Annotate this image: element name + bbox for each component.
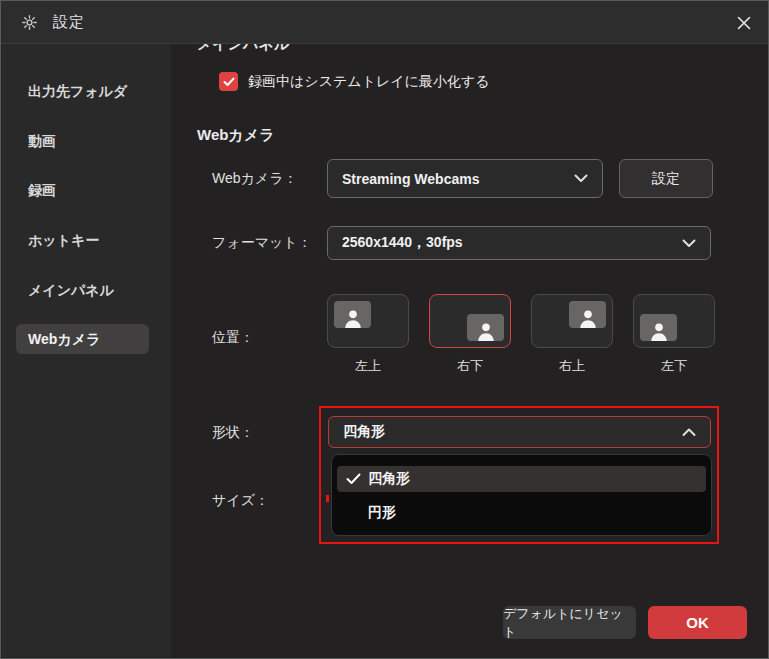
position-option-label: 左上 xyxy=(327,357,409,375)
position-option-label: 右下 xyxy=(429,357,511,375)
shape-option-label: 円形 xyxy=(368,504,396,522)
webcam-person-icon xyxy=(569,301,606,328)
shape-dropdown-menu: 四角形 円形 xyxy=(331,454,712,536)
shape-option-rectangle[interactable]: 四角形 xyxy=(337,466,706,492)
webcam-person-icon xyxy=(640,314,677,341)
format-label: フォーマット： xyxy=(212,233,312,251)
position-label: 位置： xyxy=(212,328,254,346)
position-option-top-left[interactable] xyxy=(327,294,409,348)
ok-button[interactable]: OK xyxy=(648,606,747,639)
webcam-dropdown[interactable]: Streaming Webcams xyxy=(327,159,603,198)
sidebar-item-hotkeys[interactable]: ホットキー xyxy=(28,230,99,250)
sidebar-item-webcam[interactable]: Webカメラ xyxy=(16,324,149,354)
size-slider-fragment xyxy=(326,495,329,502)
position-option-bottom-left[interactable] xyxy=(633,294,715,348)
minimize-to-tray-label: 録画中はシステムトレイに最小化する xyxy=(248,73,490,91)
check-icon xyxy=(223,77,235,87)
sidebar-item-video[interactable]: 動画 xyxy=(28,131,56,151)
gear-icon xyxy=(21,14,38,31)
chevron-up-icon xyxy=(682,428,696,437)
shape-dropdown-value: 四角形 xyxy=(343,423,385,441)
settings-window: 設定 出力先フォルダ 動画 録画 ホットキー メインパネル Webカメラ メイン… xyxy=(0,0,769,659)
titlebar: 設定 xyxy=(1,1,768,44)
check-icon xyxy=(346,473,368,485)
minimize-to-tray-checkbox[interactable] xyxy=(219,72,238,91)
webcam-label: Webカメラ： xyxy=(212,169,298,187)
window-title: 設定 xyxy=(53,13,85,32)
position-option-label: 左下 xyxy=(633,357,715,375)
format-dropdown[interactable]: 2560x1440，30fps xyxy=(327,226,711,260)
chevron-down-icon xyxy=(574,174,588,183)
position-option-label: 右上 xyxy=(531,357,613,375)
sidebar: 出力先フォルダ 動画 録画 ホットキー メインパネル Webカメラ xyxy=(2,44,171,657)
minimize-to-tray-row: 録画中はシステムトレイに最小化する xyxy=(219,72,490,91)
shape-dropdown[interactable]: 四角形 xyxy=(328,416,711,448)
section-title-main-panel: メインパネル xyxy=(197,44,289,54)
chevron-down-icon xyxy=(682,239,696,248)
shape-label: 形状： xyxy=(212,423,254,441)
reset-defaults-button[interactable]: デフォルトにリセット xyxy=(503,606,636,639)
webcam-settings-button[interactable]: 設定 xyxy=(619,159,713,198)
webcam-person-icon xyxy=(334,301,371,328)
shape-option-circle[interactable]: 円形 xyxy=(337,500,706,526)
position-option-top-right[interactable] xyxy=(531,294,613,348)
webcam-person-icon xyxy=(467,314,504,341)
shape-option-label: 四角形 xyxy=(368,470,410,488)
main-panel: メインパネル 録画中はシステムトレイに最小化する Webカメラ Webカメラ： … xyxy=(171,44,769,657)
sidebar-item-output-folder[interactable]: 出力先フォルダ xyxy=(28,81,127,101)
position-option-bottom-right[interactable] xyxy=(429,294,511,348)
sidebar-item-main-panel[interactable]: メインパネル xyxy=(28,280,114,300)
section-title-webcam: Webカメラ xyxy=(197,126,274,145)
size-label: サイズ： xyxy=(212,491,269,509)
format-dropdown-value: 2560x1440，30fps xyxy=(342,234,463,252)
close-icon[interactable] xyxy=(732,11,756,35)
sidebar-item-recording[interactable]: 録画 xyxy=(28,180,56,200)
webcam-dropdown-value: Streaming Webcams xyxy=(342,171,479,187)
